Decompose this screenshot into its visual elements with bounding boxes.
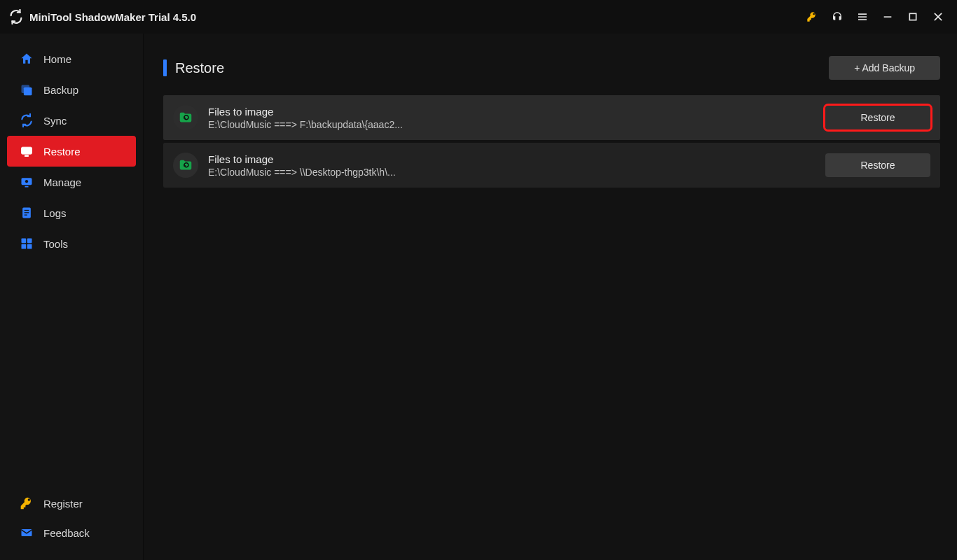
sidebar-item-tools[interactable]: Tools — [7, 228, 136, 259]
sidebar-item-register[interactable]: Register — [7, 489, 136, 518]
register-key-icon — [20, 496, 34, 510]
svg-rect-3 — [884, 16, 892, 18]
main-panel: Restore + Add Backup Files to image E:\C… — [144, 34, 957, 560]
sidebar-item-logs[interactable]: Logs — [7, 197, 136, 228]
tools-icon — [20, 237, 34, 251]
svg-rect-16 — [25, 212, 29, 213]
backup-path: E:\CloudMusic ===> \\Desktop-thgp3tk\h\.… — [208, 167, 396, 178]
license-key-icon[interactable] — [806, 10, 818, 23]
backup-title: Files to image — [208, 153, 396, 165]
sidebar: Home Backup Sync — [0, 34, 144, 560]
sidebar-item-label: Sync — [43, 115, 67, 127]
app-logo-icon — [8, 9, 24, 24]
feedback-mail-icon — [20, 526, 34, 540]
sidebar-item-label: Manage — [43, 176, 81, 188]
svg-rect-17 — [25, 215, 27, 216]
sidebar-item-label: Restore — [43, 146, 81, 158]
backup-icon — [20, 83, 34, 97]
backup-path: E:\CloudMusic ===> F:\backupdata\{aaac2.… — [208, 119, 403, 130]
svg-rect-19 — [27, 239, 32, 244]
svg-rect-18 — [22, 239, 27, 244]
sidebar-item-restore[interactable]: Restore — [7, 136, 136, 167]
app-window: MiniTool ShadowMaker Trial 4.5.0 — [0, 0, 957, 560]
home-icon — [20, 52, 34, 66]
svg-rect-15 — [25, 210, 29, 211]
restore-button[interactable]: Restore — [825, 106, 930, 130]
backup-title: Files to image — [208, 106, 403, 118]
svg-rect-21 — [27, 244, 32, 249]
minimize-button[interactable] — [881, 10, 894, 23]
maximize-button[interactable] — [907, 10, 919, 23]
add-backup-button[interactable]: + Add Backup — [829, 56, 940, 80]
restore-button[interactable]: Restore — [825, 153, 930, 177]
restore-icon — [20, 144, 34, 158]
menu-icon[interactable] — [856, 10, 869, 23]
sidebar-item-label: Feedback — [43, 527, 90, 539]
sidebar-item-home[interactable]: Home — [7, 43, 136, 74]
app-title: MiniTool ShadowMaker Trial 4.5.0 — [29, 11, 196, 23]
sync-icon — [20, 113, 34, 127]
titlebar: MiniTool ShadowMaker Trial 4.5.0 — [0, 0, 957, 34]
sidebar-item-label: Register — [43, 498, 83, 510]
sidebar-item-label: Backup — [43, 84, 78, 96]
svg-rect-4 — [909, 13, 916, 20]
svg-rect-1 — [858, 16, 867, 18]
svg-rect-20 — [22, 244, 27, 249]
logs-icon — [20, 206, 34, 220]
sidebar-item-label: Tools — [43, 238, 68, 250]
support-icon[interactable] — [831, 10, 844, 23]
sidebar-item-feedback[interactable]: Feedback — [7, 518, 136, 547]
svg-rect-0 — [858, 13, 867, 15]
svg-rect-12 — [25, 186, 29, 188]
close-button[interactable] — [932, 10, 944, 23]
manage-icon — [20, 175, 34, 189]
folder-refresh-icon — [173, 105, 198, 130]
svg-rect-8 — [24, 88, 32, 96]
window-controls — [806, 10, 951, 23]
sidebar-item-sync[interactable]: Sync — [7, 105, 136, 136]
sidebar-item-label: Logs — [43, 207, 67, 219]
backup-row[interactable]: Files to image E:\CloudMusic ===> \\Desk… — [163, 143, 940, 188]
page-title: Restore — [175, 60, 224, 76]
sidebar-item-manage[interactable]: Manage — [7, 167, 136, 197]
page-header: Restore + Add Backup — [163, 56, 940, 80]
sidebar-item-label: Home — [43, 53, 71, 65]
backup-row[interactable]: Files to image E:\CloudMusic ===> F:\bac… — [163, 95, 940, 140]
backup-list: Files to image E:\CloudMusic ===> F:\bac… — [163, 95, 940, 188]
svg-rect-10 — [25, 155, 29, 157]
header-accent-bar — [163, 59, 167, 76]
folder-refresh-icon — [173, 153, 198, 178]
sidebar-item-backup[interactable]: Backup — [7, 74, 136, 105]
svg-point-13 — [25, 180, 28, 183]
svg-rect-2 — [858, 19, 867, 20]
